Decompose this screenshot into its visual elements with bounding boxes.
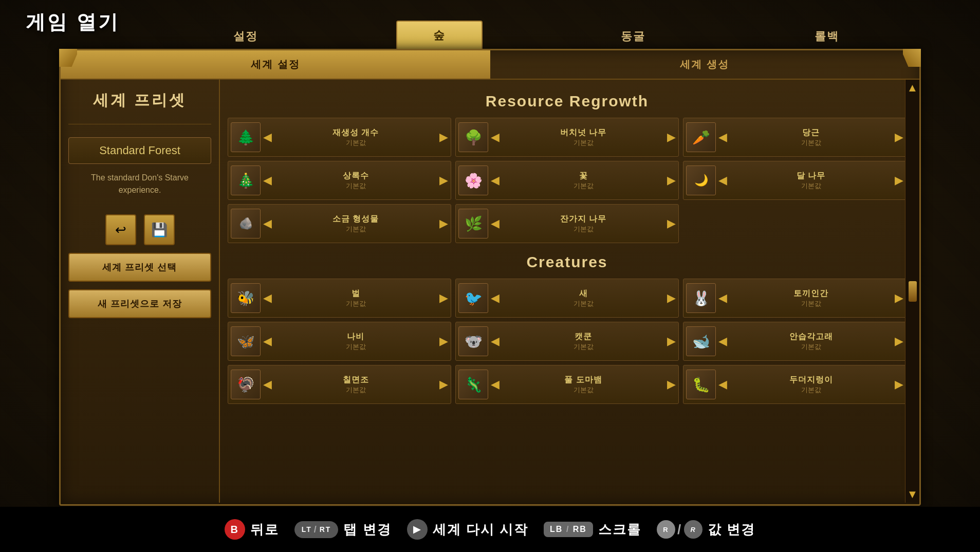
scroll-up-button[interactable]: ▲ xyxy=(907,82,918,94)
evergreen-icon: 🎄 xyxy=(231,165,261,195)
tab-change-action: LT / RT 탭 변경 xyxy=(294,521,392,539)
rabbit-man-icon: 🐰 xyxy=(686,283,716,313)
bird-label: 새 기본값 xyxy=(501,288,665,308)
regrowth-count-right[interactable]: ▶ xyxy=(439,131,448,144)
rabbit-man-controls: ◀ 토끼인간 기본값 ▶ xyxy=(718,288,903,308)
r-buttons: R / R xyxy=(657,520,702,539)
lb-rb-button[interactable]: LB / RB xyxy=(544,522,593,537)
worm-right[interactable]: ▶ xyxy=(895,378,903,391)
undo-button[interactable]: ↩ xyxy=(105,214,136,245)
bee-icon: 🐝 xyxy=(231,283,261,313)
b-button[interactable]: B xyxy=(225,519,245,540)
undo-icon: ↩ xyxy=(115,222,126,238)
salt-right[interactable]: ▶ xyxy=(439,217,448,230)
koalefant-right[interactable]: ▶ xyxy=(667,335,676,348)
gobbler-right[interactable]: ▶ xyxy=(439,378,448,391)
lt-rt-button[interactable]: LT / RT xyxy=(294,521,339,538)
gobbler-icon: 🦃 xyxy=(231,370,261,399)
sidebar-divider xyxy=(68,124,211,124)
carrot-right[interactable]: ▶ xyxy=(895,131,903,144)
grass-snake-left[interactable]: ◀ xyxy=(491,378,500,391)
bird-left[interactable]: ◀ xyxy=(491,291,500,305)
carrot-icon: 🥕 xyxy=(686,122,716,152)
value-change-label: 값 변경 xyxy=(708,521,755,539)
manatee-left[interactable]: ◀ xyxy=(718,335,727,348)
manatee-right[interactable]: ▶ xyxy=(895,335,903,348)
evergreen-left[interactable]: ◀ xyxy=(263,174,272,187)
worm-controls: ◀ 두더지렁이 기본값 ▶ xyxy=(718,375,903,395)
bird-right[interactable]: ▶ xyxy=(667,291,676,305)
tab-settings[interactable]: 설정 xyxy=(202,24,289,49)
birch-tree-left[interactable]: ◀ xyxy=(491,131,500,144)
setting-grass-snake: 🦎 ◀ 풀 도마뱀 기본값 ▶ xyxy=(455,365,679,404)
rb-label: RB xyxy=(573,525,587,533)
tab-rollback[interactable]: 롤백 xyxy=(784,24,870,49)
salt-left[interactable]: ◀ xyxy=(263,217,272,230)
bee-left[interactable]: ◀ xyxy=(263,291,272,305)
moon-tree-label: 달 나무 기본값 xyxy=(729,171,893,191)
scroll-action: LB / RB 스크롤 xyxy=(544,521,641,539)
select-preset-button[interactable]: 세계 프리셋 선택 xyxy=(68,253,211,282)
save-button[interactable]: 💾 xyxy=(144,214,175,245)
top-tabs: 설정 숲 동굴 롤백 xyxy=(149,21,923,49)
setting-bird: 🐦 ◀ 새 기본값 ▶ xyxy=(455,279,679,318)
r2-button[interactable]: R xyxy=(684,520,702,539)
r2-label: R xyxy=(690,526,696,533)
rabbit-man-label: 토끼인간 기본값 xyxy=(729,288,893,308)
setting-rabbit-man: 🐰 ◀ 토끼인간 기본값 ▶ xyxy=(683,279,907,318)
setting-regrowth-count: 🌲 ◀ 재생성 개수 기본값 ▶ xyxy=(228,118,451,157)
play-button[interactable]: ▶ xyxy=(407,519,428,540)
butterfly-right[interactable]: ▶ xyxy=(439,335,448,348)
worm-label: 두더지렁이 기본값 xyxy=(729,375,893,395)
moon-tree-left[interactable]: ◀ xyxy=(718,174,727,187)
setting-moon-tree: 🌙 ◀ 달 나무 기본값 ▶ xyxy=(683,161,907,200)
tab-cave[interactable]: 동굴 xyxy=(590,24,676,49)
subtab-world-settings[interactable]: 세계 설정 xyxy=(61,50,490,79)
flower-controls: ◀ 꽃 기본값 ▶ xyxy=(491,171,676,191)
koalefant-left[interactable]: ◀ xyxy=(491,335,500,348)
main-panel: 세계 설정 세계 생성 세계 프리셋 Standard Forest The s… xyxy=(59,49,921,506)
setting-flower: 🌸 ◀ 꽃 기본값 ▶ xyxy=(455,161,679,200)
subtab-world-gen[interactable]: 세계 생성 xyxy=(490,50,920,79)
preset-name: Standard Forest xyxy=(68,137,211,164)
right-wrapper: Resource Regrowth 🌲 ◀ 재생성 개수 기본값 ▶ xyxy=(220,80,919,503)
birch-tree-right[interactable]: ▶ xyxy=(667,131,676,144)
tab-forest[interactable]: 숲 xyxy=(396,21,483,49)
moon-tree-right[interactable]: ▶ xyxy=(895,174,903,187)
grass-snake-right[interactable]: ▶ xyxy=(667,378,676,391)
sidebar: 세계 프리셋 Standard Forest The standard Don'… xyxy=(61,80,220,503)
setting-gobbler: 🦃 ◀ 칠면조 기본값 ▶ xyxy=(228,365,451,404)
koalefant-controls: ◀ 캣쿤 기본값 ▶ xyxy=(491,332,676,352)
world-restart-label: 세계 다시 시작 xyxy=(433,521,528,539)
regrowth-count-left[interactable]: ◀ xyxy=(263,131,272,144)
worm-left[interactable]: ◀ xyxy=(718,378,727,391)
rabbit-man-left[interactable]: ◀ xyxy=(718,291,727,305)
sub-tabs: 세계 설정 세계 생성 xyxy=(61,50,919,80)
evergreen-right[interactable]: ▶ xyxy=(439,174,448,187)
grass-snake-icon: 🦎 xyxy=(458,370,488,399)
carrot-left[interactable]: ◀ xyxy=(718,131,727,144)
right-content: Resource Regrowth 🌲 ◀ 재생성 개수 기본값 ▶ xyxy=(220,80,919,412)
value-change-action: R / R 값 변경 xyxy=(657,520,755,539)
twig-tree-icon: 🌿 xyxy=(458,209,488,238)
save-icon: 💾 xyxy=(151,222,168,238)
gobbler-controls: ◀ 칠면조 기본값 ▶ xyxy=(263,375,448,395)
flower-left[interactable]: ◀ xyxy=(491,174,500,187)
scroll-thumb[interactable] xyxy=(909,281,917,302)
setting-evergreen: 🎄 ◀ 상록수 기본값 ▶ xyxy=(228,161,451,200)
gobbler-left[interactable]: ◀ xyxy=(263,378,272,391)
lb-label: LB xyxy=(550,525,563,533)
scroll-down-button[interactable]: ▼ xyxy=(907,489,918,500)
bee-right[interactable]: ▶ xyxy=(439,291,448,305)
twig-tree-right[interactable]: ▶ xyxy=(667,217,676,230)
flower-right[interactable]: ▶ xyxy=(667,174,676,187)
gobbler-label: 칠면조 기본값 xyxy=(273,375,438,395)
twig-tree-left[interactable]: ◀ xyxy=(491,217,500,230)
rabbit-man-right[interactable]: ▶ xyxy=(895,291,903,305)
r-button[interactable]: R xyxy=(657,520,675,539)
butterfly-controls: ◀ 나비 기본값 ▶ xyxy=(263,332,448,352)
setting-salt: 🪨 ◀ 소금 형성물 기본값 ▶ xyxy=(228,204,451,243)
save-preset-button[interactable]: 새 프리셋으로 저장 xyxy=(68,289,211,318)
flower-label: 꽃 기본값 xyxy=(501,171,665,191)
butterfly-left[interactable]: ◀ xyxy=(263,335,272,348)
